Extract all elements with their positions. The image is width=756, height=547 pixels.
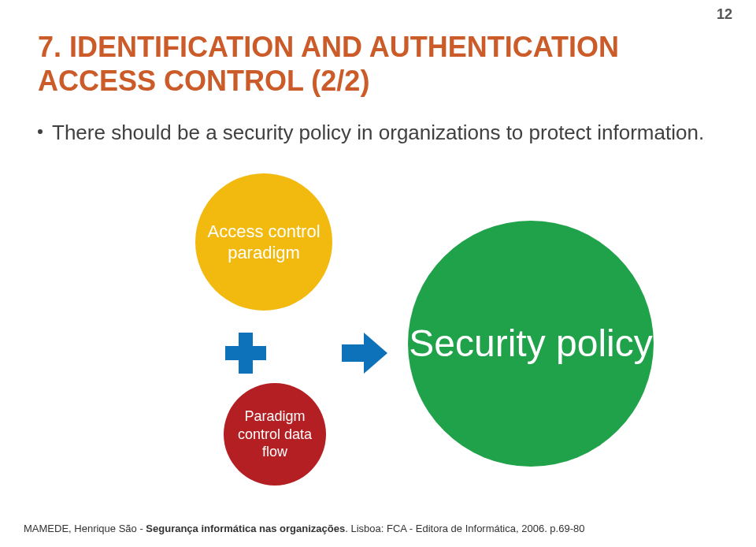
circle-label: Security policy <box>409 322 652 365</box>
bullet-text: There should be a security policy in org… <box>52 120 704 146</box>
bullet-dot-icon <box>38 129 43 134</box>
bullet-item: There should be a security policy in org… <box>38 120 718 146</box>
diagram: Access control paradigm Paradigm control… <box>0 150 756 489</box>
circle-security-policy: Security policy <box>408 221 654 467</box>
page-number: 12 <box>717 6 732 23</box>
circle-access-control-paradigm: Access control paradigm <box>195 173 332 311</box>
slide-title: 7. IDENTIFICATION AND AUTHENTICATION ACC… <box>38 30 724 98</box>
citation-author: MAMEDE, Henrique São - <box>24 523 146 534</box>
circle-label: Access control paradigm <box>195 221 332 264</box>
arrow-right-icon <box>342 333 389 374</box>
circle-paradigm-control-data-flow: Paradigm control data flow <box>224 383 326 486</box>
citation-work: Segurança informática nas organizações <box>146 523 345 534</box>
citation-rest: . Lisboa: FCA - Editora de Informática, … <box>345 523 584 534</box>
circle-label: Paradigm control data flow <box>224 407 326 461</box>
plus-icon <box>225 333 266 374</box>
citation: MAMEDE, Henrique São - Segurança informá… <box>24 523 732 534</box>
slide: 12 7. IDENTIFICATION AND AUTHENTICATION … <box>0 0 756 547</box>
